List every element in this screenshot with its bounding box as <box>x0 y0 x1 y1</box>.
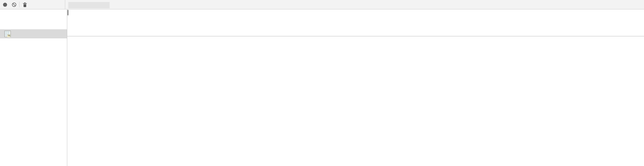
block-circle-icon <box>11 2 17 7</box>
sidebar-item-profile-1[interactable]: % <box>0 29 67 38</box>
delete-profile-button[interactable] <box>22 2 28 7</box>
trash-icon <box>22 2 28 7</box>
view-mode-select[interactable] <box>68 2 110 8</box>
flame-chart-ruler <box>67 36 644 42</box>
toolbar <box>0 0 644 9</box>
clear-all-button[interactable] <box>11 2 17 7</box>
vertical-scrollbar-thumb[interactable] <box>67 10 69 15</box>
memory-profiler-panel: { "accent_colors": { "tab_indicator": "#… <box>0 0 644 166</box>
chart-pane <box>67 9 644 166</box>
record-circle-icon <box>2 2 8 7</box>
allocation-flame-chart <box>67 42 644 166</box>
heap-profile-icon: % <box>4 31 11 37</box>
allocation-overview-chart[interactable] <box>67 9 644 36</box>
profiles-sidebar: % <box>0 9 67 166</box>
toolbar-separator <box>19 2 20 7</box>
record-profile-button[interactable] <box>2 2 8 7</box>
toolbar-divider <box>65 0 65 9</box>
